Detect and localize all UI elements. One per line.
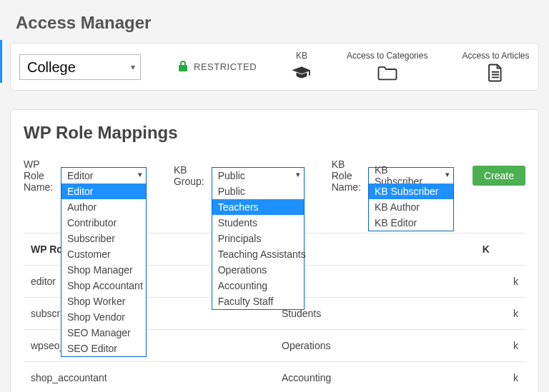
restricted-label: RESTRICTED (194, 61, 257, 72)
combo-option[interactable]: Teaching Assistants (212, 246, 304, 262)
kb-group-selected: Public (218, 170, 245, 181)
toolbar: College RESTRICTED KB Access to Categori… (10, 43, 539, 91)
combo-option[interactable]: Customer (61, 246, 146, 262)
page-title: Access Manager (0, 0, 549, 43)
combo-option[interactable]: Shop Vendor (61, 309, 146, 325)
combo-option[interactable]: Public (212, 184, 304, 199)
cell-wp-role: shop_accountant (24, 362, 274, 393)
combo-option[interactable]: Editor (61, 184, 146, 199)
folder-icon (377, 63, 398, 83)
combo-option[interactable]: Shop Accountant (61, 278, 146, 293)
wp-role-combo[interactable]: Editor EditorAuthorContributorSubscriber… (61, 167, 147, 184)
cell-kb-group (274, 266, 475, 298)
table-row: shop_accountantAccountingk (24, 362, 525, 393)
kb-group-label: KB Group: (174, 164, 204, 187)
combo-option[interactable]: Students (212, 215, 304, 231)
combo-option[interactable]: KB Author (369, 199, 453, 215)
combo-option[interactable]: SEO Editor (61, 341, 146, 356)
cell-kb: k (475, 362, 525, 393)
combo-option[interactable]: KB Subscriber (369, 184, 453, 199)
combo-option[interactable]: Contributor (61, 215, 146, 231)
combo-option[interactable]: Teachers (212, 199, 304, 215)
th-kb: K (475, 233, 525, 266)
tab-categories[interactable]: Access to Categories (347, 51, 427, 83)
kb-group-combo[interactable]: Public PublicTeachersStudentsPrincipalsT… (212, 167, 305, 184)
restricted-badge: RESTRICTED (178, 60, 257, 74)
graduation-cap-icon (291, 63, 312, 83)
cell-kb-group: Accounting (274, 362, 475, 393)
kb-group-list: PublicTeachersStudentsPrincipalsTeaching… (212, 184, 305, 310)
combo-option[interactable]: Faculty Staff (212, 293, 304, 309)
kb-select[interactable]: College (19, 54, 141, 80)
kb-role-combo[interactable]: KB Subscriber KB SubscriberKB AuthorKB E… (368, 167, 454, 184)
wp-role-selected: Editor (67, 170, 94, 181)
combo-option[interactable]: Accounting (212, 278, 304, 293)
tab-kb[interactable]: KB (291, 51, 312, 83)
tab-kb-label: KB (296, 51, 307, 61)
toolbar-tabs: KB Access to Categories Access to Articl… (291, 51, 529, 83)
accent-stripe (0, 40, 2, 83)
wp-role-list: EditorAuthorContributorSubscriberCustome… (61, 184, 147, 357)
kb-role-label: KB Role Name: (332, 159, 361, 193)
combo-option[interactable]: SEO Manager (61, 325, 146, 341)
kb-role-list: KB SubscriberKB AuthorKB Editor (368, 184, 454, 231)
document-icon (485, 63, 506, 83)
cell-kb: k (475, 298, 525, 330)
combo-option[interactable]: Author (61, 199, 146, 215)
cell-kb-group: Operations (274, 330, 475, 362)
combo-option[interactable]: Subscriber (61, 231, 146, 246)
controls-row: WP Role Name: Editor EditorAuthorContrib… (24, 159, 525, 193)
combo-option[interactable]: Shop Manager (61, 262, 146, 278)
wp-role-label: WP Role Name: (24, 159, 54, 193)
panel-title: WP Role Mappings (24, 123, 525, 143)
combo-option[interactable]: Operations (212, 262, 304, 278)
tab-articles[interactable]: Access to Articles (462, 51, 529, 83)
combo-option[interactable]: Shop Worker (61, 293, 146, 309)
cell-kb: k (475, 330, 525, 362)
tab-articles-label: Access to Articles (462, 51, 529, 61)
combo-option[interactable]: KB Editor (369, 215, 453, 231)
role-mappings-panel: WP Role Mappings WP Role Name: Editor Ed… (10, 109, 539, 392)
tab-categories-label: Access to Categories (347, 51, 427, 61)
cell-kb-group: Students (274, 298, 475, 330)
cell-kb: k (475, 266, 525, 298)
combo-option[interactable]: Principals (212, 231, 304, 246)
create-button[interactable]: Create (473, 166, 525, 186)
lock-icon (178, 60, 188, 74)
